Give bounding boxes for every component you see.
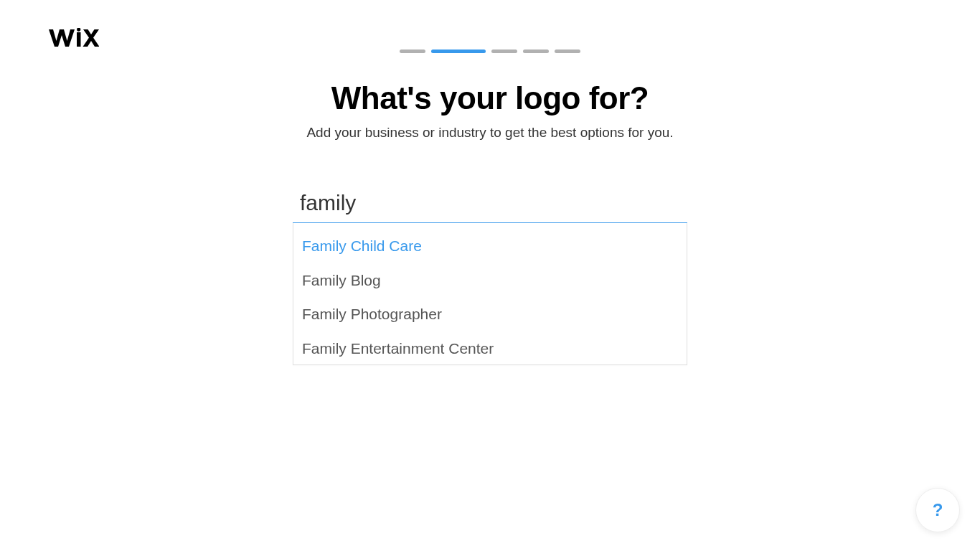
progress-step-1: [400, 50, 425, 53]
progress-step-4: [523, 50, 549, 53]
main-content: What's your logo for? Add your business …: [293, 80, 687, 365]
page-heading: What's your logo for?: [293, 80, 687, 116]
industry-input[interactable]: [293, 188, 687, 223]
suggestion-item[interactable]: Family Photographer: [293, 297, 687, 331]
help-icon: ?: [933, 500, 943, 520]
svg-point-1: [77, 28, 80, 32]
progress-indicator: [0, 0, 980, 53]
progress-step-2: [431, 50, 486, 53]
svg-rect-0: [77, 32, 81, 47]
suggestion-item[interactable]: Family Entertainment Center: [293, 331, 687, 365]
wix-logo[interactable]: [49, 27, 99, 54]
industry-input-wrapper: Family Child Care Family Blog Family Pho…: [293, 188, 687, 365]
progress-step-3: [491, 50, 517, 53]
page-subheading: Add your business or industry to get the…: [293, 125, 687, 141]
wix-logo-icon: [49, 28, 99, 48]
suggestion-item[interactable]: Family Child Care: [293, 223, 687, 263]
progress-step-5: [555, 50, 580, 53]
suggestion-item[interactable]: Family Blog: [293, 263, 687, 298]
help-button[interactable]: ?: [915, 488, 960, 532]
suggestions-dropdown[interactable]: Family Child Care Family Blog Family Pho…: [293, 223, 687, 365]
